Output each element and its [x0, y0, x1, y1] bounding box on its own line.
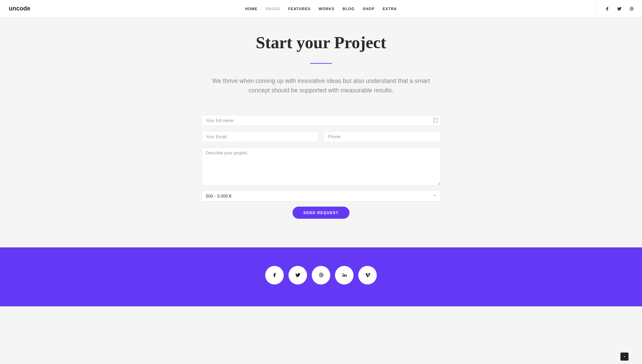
title-divider: [310, 63, 332, 64]
email-input[interactable]: [202, 131, 319, 142]
dribbble-icon[interactable]: [629, 6, 634, 11]
budget-select[interactable]: 500 - 3.000 €: [202, 190, 441, 202]
social-dribbble-icon[interactable]: [312, 266, 330, 284]
main-content: Start your Project We thrive when coming…: [0, 18, 642, 247]
social-links: [0, 266, 642, 284]
page-subtitle: We thrive when coming up with innovative…: [207, 77, 436, 95]
nav-works[interactable]: WORKS: [318, 7, 334, 11]
nav-home[interactable]: HOME: [245, 7, 257, 11]
name-input[interactable]: [202, 115, 441, 126]
nav-shop[interactable]: SHOP: [363, 7, 374, 11]
twitter-icon[interactable]: [617, 6, 622, 11]
send-request-button[interactable]: SEND REQUEST: [293, 207, 349, 219]
project-form: ⋮ 500 - 3.000 €: [202, 115, 441, 219]
footer: [0, 247, 642, 306]
header-icons: [595, 0, 634, 17]
social-twitter-icon[interactable]: [288, 266, 307, 284]
nav-features[interactable]: FEATURES: [288, 7, 310, 11]
nav-pages[interactable]: PAGES: [266, 7, 280, 11]
page-title: Start your Project: [202, 33, 441, 52]
nav-blog[interactable]: BLOG: [343, 7, 355, 11]
main-nav: HOME PAGES FEATURES WORKS BLOG SHOP EXTR…: [245, 7, 397, 11]
header: uncode HOME PAGES FEATURES WORKS BLOG SH…: [0, 0, 642, 18]
phone-input[interactable]: [324, 131, 441, 142]
facebook-icon[interactable]: [605, 6, 610, 11]
contact-card-icon: ⋮: [433, 118, 437, 123]
nav-extra[interactable]: EXTRA: [383, 7, 397, 11]
social-linkedin-icon[interactable]: [335, 266, 354, 284]
social-facebook-icon[interactable]: [265, 266, 284, 284]
description-textarea[interactable]: [202, 147, 441, 185]
social-vimeo-icon[interactable]: [358, 266, 377, 284]
brand-logo[interactable]: uncode: [9, 5, 30, 12]
